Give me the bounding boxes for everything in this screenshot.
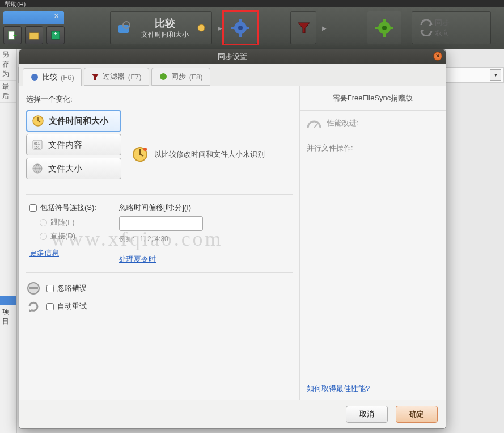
svg-rect-15 — [383, 19, 386, 22]
dst-link[interactable]: 处理夏令时 — [119, 254, 156, 264]
perf-link[interactable]: 如何取得最佳性能? — [307, 384, 370, 394]
svg-rect-12 — [246, 27, 249, 29]
svg-point-8 — [238, 26, 243, 30]
magnifier-folder-icon — [116, 19, 133, 36]
side-column: 另存为 最后 项目 — [0, 49, 17, 433]
perf-label: 性能改进: — [327, 118, 359, 128]
option-time-size[interactable]: 文件时间和大小 — [26, 110, 121, 132]
donate-label: 需要FreeFileSync捐赠版 — [300, 86, 446, 111]
svg-text:101: 101 — [34, 146, 40, 149]
panel-close-icon[interactable]: ✕ — [54, 12, 62, 20]
symlink-follow-input — [40, 219, 47, 226]
compare-label: 比较 — [141, 16, 189, 30]
item-label: 项目 — [0, 305, 16, 329]
symlink-checkbox-input[interactable] — [29, 204, 37, 212]
svg-rect-11 — [231, 27, 235, 29]
sync-settings-button[interactable] — [367, 11, 401, 44]
ignore-errors-label: 忽略错误 — [57, 283, 87, 293]
ok-button[interactable]: 确定 — [396, 406, 438, 423]
compare-settings-button[interactable] — [223, 11, 257, 44]
dialog-tabs: 比较 (F6) 过滤器 (F7) 同步 (F8) — [19, 64, 446, 86]
binary-icon: 011101 — [31, 138, 44, 151]
option-size-label: 文件大小 — [48, 163, 82, 174]
svg-rect-17 — [375, 27, 379, 29]
tab-sync[interactable]: 同步 (F8) — [151, 68, 210, 86]
auto-retry-label: 自动重试 — [57, 301, 87, 312]
sync-sub: 双向 — [435, 28, 450, 38]
sync-arrows-icon — [418, 19, 435, 36]
gauge-icon — [307, 117, 321, 129]
svg-rect-16 — [383, 33, 386, 37]
disk-arrows-icon — [50, 30, 61, 40]
filter-button[interactable] — [290, 11, 316, 44]
blue-strip — [0, 296, 16, 305]
dialog-title: 同步设置 ✕ — [19, 49, 446, 64]
side-panel-header: ✕ — [3, 11, 64, 24]
offset-input[interactable] — [119, 216, 203, 231]
clock-icon — [32, 115, 44, 127]
svg-rect-2 — [29, 33, 39, 39]
symlink-checkbox[interactable]: 包括符号连接(S): — [29, 203, 109, 213]
svg-line-31 — [314, 123, 318, 128]
doc-plus-icon: + — [7, 30, 18, 40]
option-description: 以比较修改时间和文件大小来识别 — [154, 149, 265, 159]
sync-button[interactable]: 同步 双向 — [412, 11, 491, 44]
symlink-direct-radio[interactable]: 直接(D) — [40, 231, 109, 241]
option-time-size-label: 文件时间和大小 — [49, 116, 108, 127]
symlink-label: 包括符号连接(S): — [40, 203, 96, 213]
clock-large-icon — [132, 146, 149, 163]
ignore-errors-input[interactable] — [46, 285, 54, 292]
svg-text:011: 011 — [34, 142, 40, 145]
gear-green-icon — [375, 18, 394, 37]
arrow-icon: ▶ — [322, 25, 327, 31]
example-prefix: 例如: — [119, 235, 134, 243]
symlink-follow-label: 跟随(F) — [50, 217, 75, 228]
symlink-follow-radio[interactable]: 跟随(F) — [40, 217, 109, 228]
funnel-icon — [297, 20, 310, 35]
option-size[interactable]: 文件大小 — [26, 158, 121, 179]
funnel-small-icon — [91, 73, 99, 81]
select-change-label: 选择一个变化: — [26, 94, 293, 104]
auto-retry-checkbox[interactable]: 自动重试 — [46, 301, 87, 312]
symlink-direct-label: 直接(D) — [50, 231, 75, 241]
dialog-close-button[interactable]: ✕ — [433, 52, 442, 61]
tab-compare[interactable]: 比较 (F6) — [23, 68, 82, 86]
sync-settings-dialog: 同步设置 ✕ 比较 (F6) 过滤器 (F7) 同步 (F8) 选择一个变化: — [19, 49, 446, 429]
sync-label: 同步 — [435, 18, 450, 28]
option-content[interactable]: 011101 文件内容 — [26, 134, 121, 155]
auto-retry-input[interactable] — [46, 303, 54, 310]
main-menu-help[interactable]: 帮助(H) — [0, 0, 504, 7]
svg-rect-18 — [390, 27, 393, 29]
svg-rect-30 — [29, 287, 38, 289]
tab-sync-key: (F8) — [189, 73, 203, 81]
compare-sub: 文件时间和大小 — [141, 30, 189, 40]
arrow-icon: ▶ — [218, 25, 222, 31]
tab-filter[interactable]: 过滤器 (F7) — [84, 68, 149, 86]
ignore-errors-checkbox[interactable]: 忽略错误 — [46, 283, 87, 293]
tab-sync-label: 同步 — [171, 72, 186, 82]
save-button[interactable] — [46, 26, 65, 44]
svg-text:+: + — [13, 32, 17, 40]
last-label: 最后 — [0, 81, 16, 103]
open-button[interactable] — [25, 26, 43, 44]
compare-button[interactable]: 比较 文件时间和大小 — [110, 11, 212, 44]
main-toolbar: ✕ + 比较 文件时间和大小 ▶ ▶ — [0, 7, 504, 49]
clock-small-icon — [197, 23, 206, 32]
more-info-link[interactable]: 更多信息 — [29, 248, 59, 258]
gear-blue-small-icon — [30, 73, 39, 82]
path-dropdown-icon[interactable]: ▾ — [490, 69, 501, 81]
svg-point-28 — [143, 148, 147, 151]
symlink-direct-input — [40, 233, 47, 240]
gear-green-small-icon — [159, 72, 168, 81]
tab-filter-key: (F7) — [128, 73, 142, 81]
svg-point-19 — [31, 74, 38, 81]
new-button[interactable]: + — [3, 26, 22, 44]
svg-point-6 — [198, 24, 205, 31]
dialog-title-text: 同步设置 — [218, 52, 247, 61]
parallel-label: 并行文件操作: — [307, 144, 353, 152]
tab-filter-label: 过滤器 — [103, 72, 125, 82]
retry-icon — [26, 299, 41, 314]
gear-blue-icon — [231, 18, 250, 37]
cancel-button[interactable]: 取消 — [346, 406, 388, 423]
tab-compare-label: 比较 — [43, 72, 57, 82]
